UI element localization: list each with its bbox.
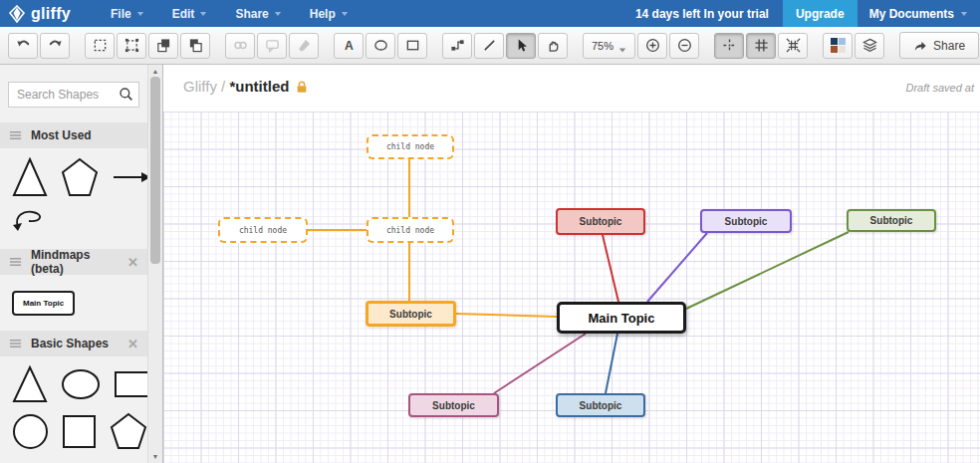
node-subtopic-red[interactable]: Subtopic xyxy=(556,208,645,235)
marquee-button[interactable] xyxy=(85,33,115,59)
draft-status: Draft saved at xyxy=(906,82,974,94)
hand-button[interactable] xyxy=(538,33,568,59)
breadcrumb: Gliffy / *untitled xyxy=(183,78,309,95)
node-subtopic-green[interactable]: Subtopic xyxy=(847,209,936,232)
search-icon xyxy=(119,87,133,102)
section-mindmaps[interactable]: Mindmaps (beta) ✕ xyxy=(0,249,147,275)
shape-ellipse[interactable] xyxy=(61,368,101,400)
shape-pentagon[interactable] xyxy=(110,412,147,450)
shape-rectangle[interactable] xyxy=(114,370,147,398)
zoom-out-button[interactable] xyxy=(669,33,699,59)
scrollbar-thumb[interactable] xyxy=(150,77,160,264)
shape-circle[interactable] xyxy=(12,413,49,450)
redo-button[interactable] xyxy=(40,33,70,59)
shape-square[interactable] xyxy=(62,414,97,449)
swatches-button[interactable] xyxy=(823,33,853,59)
section-most-used[interactable]: Most Used xyxy=(0,122,147,148)
text-icon: A xyxy=(342,38,357,53)
menu-help[interactable]: Help xyxy=(296,0,363,27)
chevron-down-icon xyxy=(618,43,626,49)
menu-edit[interactable]: Edit xyxy=(158,0,222,27)
rectangle-icon xyxy=(405,38,420,53)
send-back-button[interactable] xyxy=(180,33,210,59)
undo-button[interactable] xyxy=(8,33,38,59)
menu-file[interactable]: File xyxy=(97,0,158,27)
toolbar-groups: A75% xyxy=(8,33,899,59)
crosshair-icon xyxy=(722,38,737,53)
node-subtopic-purple[interactable]: Subtopic xyxy=(700,209,792,233)
gliffy-logo-text: gliffy xyxy=(31,5,71,23)
node-main-topic[interactable]: Main Topic xyxy=(557,302,686,334)
line-button[interactable] xyxy=(474,33,504,59)
comment-button[interactable] xyxy=(257,33,287,59)
node-subtopic-blue[interactable]: Subtopic xyxy=(556,393,645,417)
pointer-button[interactable] xyxy=(506,33,536,59)
node-subtopic-orange[interactable]: Subtopic xyxy=(366,301,456,327)
chevron-down-icon xyxy=(960,11,968,17)
share-button[interactable]: Share xyxy=(899,32,979,59)
canvas[interactable]: child nodechild nodechild nodeSubtopicSu… xyxy=(163,65,980,463)
node-child-center[interactable]: child node xyxy=(367,217,454,243)
ellipse-button[interactable] xyxy=(366,33,395,59)
drag-handle-icon xyxy=(9,130,22,140)
scroll-up-icon[interactable]: ▲ xyxy=(148,68,162,75)
snap-button[interactable] xyxy=(778,33,808,59)
upgrade-button[interactable]: Upgrade xyxy=(783,0,858,27)
node-child-top[interactable]: child node xyxy=(367,134,454,159)
shape-arrow-right[interactable] xyxy=(112,169,147,185)
menu-bar: File Edit Share Help xyxy=(97,0,363,27)
pointer-icon xyxy=(514,38,529,53)
diagram-layer: child nodechild nodechild nodeSubtopicSu… xyxy=(163,65,980,463)
crosshair-button[interactable] xyxy=(714,33,744,59)
document-title[interactable]: *untitled xyxy=(229,78,289,95)
svg-text:A: A xyxy=(345,39,354,53)
chevron-down-icon xyxy=(199,11,207,17)
shape-main-topic[interactable]: Main Topic xyxy=(12,291,75,316)
node-child-left[interactable]: child node xyxy=(218,217,308,243)
scroll-down-icon[interactable]: ▼ xyxy=(148,453,162,460)
multi-select-icon xyxy=(124,38,139,53)
my-documents-menu[interactable]: My Documents xyxy=(858,0,980,27)
chevron-down-icon xyxy=(274,11,282,17)
sidebar-scrollbar[interactable]: ▲ ▼ xyxy=(147,65,162,463)
connector-button[interactable] xyxy=(442,33,472,59)
menu-share[interactable]: Share xyxy=(221,0,295,27)
link-button[interactable] xyxy=(225,33,255,59)
comment-icon xyxy=(265,38,280,53)
text-button[interactable]: A xyxy=(334,33,364,59)
app-name: Gliffy xyxy=(183,78,217,95)
zoom-level-button[interactable]: 75% xyxy=(583,33,635,59)
shape-triangle[interactable] xyxy=(12,365,48,403)
multi-select-button[interactable] xyxy=(117,33,146,59)
link-icon xyxy=(233,38,248,53)
drag-handle-icon xyxy=(9,257,22,267)
grid-button[interactable] xyxy=(746,33,776,59)
layers-icon xyxy=(862,38,877,53)
close-icon[interactable]: ✕ xyxy=(127,256,138,269)
section-basic-shapes[interactable]: Basic Shapes ✕ xyxy=(0,331,147,356)
shape-curved-arrow[interactable] xyxy=(12,206,46,234)
redo-icon xyxy=(48,38,63,53)
paint-icon xyxy=(297,38,312,53)
gliffy-logo-icon xyxy=(8,5,26,23)
layers-button[interactable] xyxy=(855,33,884,59)
top-navbar: gliffy File Edit Share Help 14 days left… xyxy=(0,0,980,27)
bring-front-button[interactable] xyxy=(148,33,178,59)
shape-sidebar: Most Used Mindmaps (beta) ✕ Main Topic B… xyxy=(0,65,163,463)
trial-countdown: 14 days left In your trial xyxy=(635,0,769,27)
lock-icon xyxy=(295,80,309,94)
gliffy-logo[interactable]: gliffy xyxy=(0,0,83,27)
bring-front-icon xyxy=(156,38,171,53)
zoom-in-button[interactable] xyxy=(637,33,667,59)
shape-pentagon[interactable] xyxy=(61,157,99,197)
rectangle-button[interactable] xyxy=(397,33,427,59)
zoom-in-icon xyxy=(645,38,660,53)
share-arrow-icon xyxy=(913,39,927,53)
paint-button[interactable] xyxy=(289,33,319,59)
node-subtopic-pink[interactable]: Subtopic xyxy=(408,393,499,417)
ellipse-icon xyxy=(373,38,388,53)
document-header: Gliffy / *untitled Draft saved at xyxy=(163,65,980,112)
shape-triangle[interactable] xyxy=(12,157,48,197)
marquee-icon xyxy=(93,38,108,53)
close-icon[interactable]: ✕ xyxy=(127,338,138,350)
